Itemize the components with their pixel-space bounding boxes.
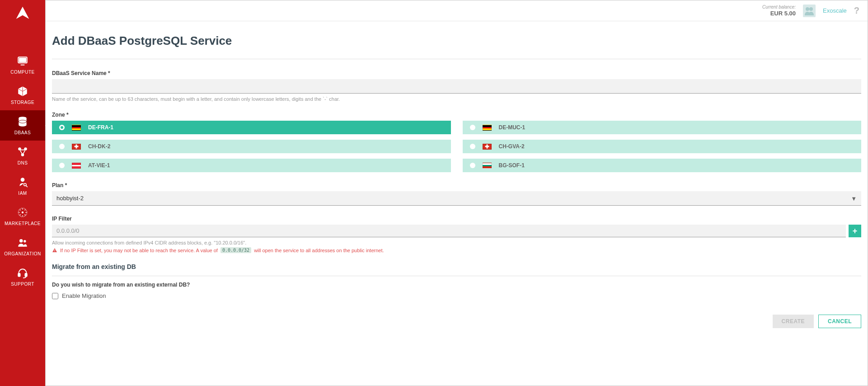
migrate-header: Migrate from an existing DB [52, 263, 861, 270]
sidebar-item-compute[interactable]: COMPUTE [0, 50, 45, 80]
svg-point-12 [22, 208, 23, 209]
cancel-button[interactable]: CANCEL [818, 315, 861, 328]
svg-point-21 [23, 240, 26, 242]
page-title: Add DBaaS PostgreSQL Service [52, 34, 861, 48]
sidebar-item-label: STORAGE [11, 100, 34, 105]
balance-label: Current balance: [762, 5, 796, 10]
service-name-helper: Name of the service, can be up to 63 cha… [52, 96, 861, 102]
sidebar-item-label: DBAAS [14, 130, 31, 135]
network-icon [17, 146, 28, 158]
flag-de-icon [483, 125, 492, 131]
headset-icon [17, 267, 28, 279]
apps-icon [17, 207, 28, 218]
svg-point-25 [809, 7, 813, 11]
svg-point-9 [24, 184, 26, 186]
avatar-icon [804, 6, 815, 15]
sidebar-item-label: SUPPORT [11, 282, 34, 287]
radio-icon [59, 163, 65, 168]
flag-ch-icon [72, 144, 81, 150]
zone-option-de-fra-1[interactable]: DE-FRA-1 [52, 121, 451, 134]
svg-rect-1 [19, 58, 26, 62]
service-name-label: DBaaS Service Name * [52, 70, 861, 76]
sidebar-item-marketplace[interactable]: MARKETPLACE [0, 201, 45, 231]
flag-de-icon [72, 125, 81, 131]
warning-icon [52, 248, 57, 253]
radio-icon [59, 144, 65, 149]
sidebar-item-iam[interactable]: IAM [0, 171, 45, 201]
radio-icon [59, 125, 65, 130]
warning-text-pre: If no IP Filter is set, you may not be a… [60, 248, 218, 253]
svg-point-16 [20, 210, 21, 211]
zone-code: DE-MUC-1 [499, 124, 525, 131]
zone-code: CH-GVA-2 [499, 143, 525, 150]
monitor-icon [17, 55, 28, 67]
enable-migration-label: Enable Migration [62, 292, 106, 299]
ip-filter-section: IP Filter + Allow incoming connections f… [52, 216, 861, 253]
zone-option-ch-gva-2[interactable]: CH-GVA-2 [463, 140, 862, 153]
ip-filter-input[interactable] [52, 225, 846, 237]
service-name-section: DBaaS Service Name * Name of the service… [52, 70, 861, 102]
ip-filter-label: IP Filter [52, 216, 861, 222]
zone-option-de-muc-1[interactable]: DE-MUC-1 [463, 121, 862, 134]
sidebar: COMPUTE STORAGE DBAAS DNS IAM [0, 0, 45, 386]
zone-code: AT-VIE-1 [88, 162, 110, 169]
zone-code: DE-FRA-1 [88, 124, 113, 131]
svg-rect-26 [55, 249, 55, 251]
radio-icon [470, 163, 475, 168]
zone-label: Zone * [52, 112, 861, 118]
svg-point-8 [21, 178, 25, 182]
balance-value: EUR 5.00 [762, 10, 796, 17]
svg-point-7 [21, 153, 24, 156]
svg-point-13 [22, 216, 23, 217]
radio-icon [470, 125, 475, 130]
footer-actions: CREATE CANCEL [52, 315, 861, 328]
enable-migration-checkbox[interactable] [52, 293, 58, 299]
zone-option-bg-sof-1[interactable]: BG-SOF-1 [463, 159, 862, 172]
flag-bg-icon [483, 163, 492, 169]
radio-icon [470, 144, 475, 149]
sidebar-item-label: ORGANIZATION [4, 251, 41, 256]
svg-point-19 [24, 214, 25, 215]
plan-label: Plan * [52, 182, 861, 188]
svg-point-24 [806, 7, 809, 11]
enable-migration-row[interactable]: Enable Migration [52, 292, 861, 299]
zone-code: BG-SOF-1 [499, 162, 525, 169]
content-area: Add DBaaS PostgreSQL Service DBaaS Servi… [46, 21, 868, 334]
org-name-link[interactable]: Exoscale [823, 7, 847, 14]
zone-option-ch-dk-2[interactable]: CH-DK-2 [52, 140, 451, 153]
create-button[interactable]: CREATE [773, 315, 814, 328]
database-icon [17, 116, 28, 127]
zone-option-at-vie-1[interactable]: AT-VIE-1 [52, 159, 451, 172]
sidebar-item-organization[interactable]: ORGANIZATION [0, 231, 45, 262]
svg-rect-27 [55, 251, 55, 252]
sidebar-item-dbaas[interactable]: DBAAS [0, 110, 45, 141]
sidebar-item-label: MARKETPLACE [5, 221, 41, 226]
svg-rect-22 [18, 273, 20, 277]
logo[interactable] [0, 0, 45, 27]
sidebar-item-label: DNS [18, 160, 28, 165]
sidebar-item-dns[interactable]: DNS [0, 141, 45, 171]
sidebar-item-support[interactable]: SUPPORT [0, 262, 45, 292]
help-icon[interactable]: ? [854, 5, 859, 16]
divider [52, 276, 861, 276]
svg-point-18 [20, 214, 21, 215]
warning-text-post: will open the service to all addresses o… [254, 248, 384, 253]
svg-rect-23 [25, 273, 27, 277]
svg-point-11 [22, 212, 23, 213]
zone-grid: DE-FRA-1 DE-MUC-1 CH-DK-2 [52, 121, 861, 172]
svg-point-15 [26, 212, 27, 213]
avatar[interactable] [803, 5, 816, 17]
migrate-section: Migrate from an existing DB Do you wish … [52, 263, 861, 299]
people-icon [17, 237, 28, 249]
plan-select[interactable]: hobbyist-2 [52, 191, 861, 206]
sidebar-item-label: IAM [18, 191, 27, 196]
add-ip-button[interactable]: + [849, 225, 861, 237]
key-user-icon [17, 176, 28, 188]
divider [52, 59, 861, 59]
flag-ch-icon [483, 144, 492, 150]
ip-filter-warning: If no IP Filter is set, you may not be a… [52, 247, 861, 253]
sidebar-item-storage[interactable]: STORAGE [0, 80, 45, 110]
sidebar-item-label: COMPUTE [10, 70, 35, 75]
main-panel: Current balance: EUR 5.00 Exoscale ? Add… [45, 0, 868, 386]
service-name-input[interactable] [52, 79, 861, 94]
